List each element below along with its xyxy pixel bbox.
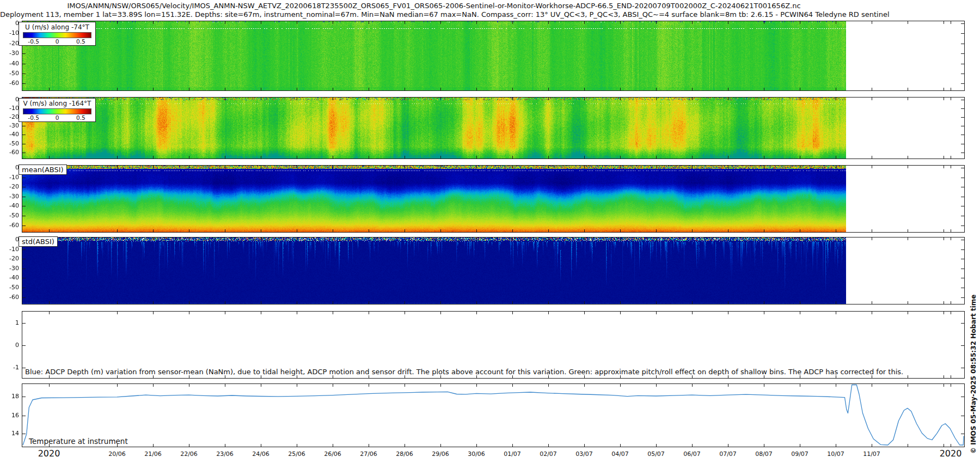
y-tick-label: -30 (1, 265, 19, 272)
x-tick-label: 10/07 (827, 450, 844, 458)
x-tick-label: 27/06 (360, 450, 377, 458)
panel-u-velocity (22, 21, 965, 91)
x-tick-label: 28/06 (396, 450, 413, 458)
u-velocity-heatmap (22, 21, 846, 90)
y-tick-label: -60 (1, 80, 19, 87)
u-colorbar (23, 32, 91, 38)
panel-v-velocity (22, 97, 965, 159)
v-legend-title: V (m/s) along -164°T (19, 100, 95, 107)
y-tick-label: -40 (1, 202, 19, 209)
x-tick-label: 09/07 (791, 450, 808, 458)
year-label-left: 2020 (38, 448, 60, 459)
x-tick-label: 06/07 (683, 450, 701, 458)
x-tick-label: 30/06 (468, 450, 485, 458)
temperature-line (23, 385, 964, 446)
x-tick-label: 07/07 (719, 450, 737, 458)
y-tick-label: -50 (1, 140, 19, 147)
std-absi-heatmap (22, 237, 846, 304)
y-tick-label: -1 (1, 364, 19, 371)
y-tick-label: -30 (1, 193, 19, 200)
x-tick-label: 01/07 (504, 450, 521, 458)
x-tick-label: 11/07 (863, 450, 880, 458)
std-absi-label: std(ABSI) (19, 236, 58, 247)
y-tick-label: -20 (1, 183, 19, 190)
y-tick-label: 1 (1, 319, 19, 326)
adcp-summary-figure: IMOS/ANMN/NSW/ORS065/Velocity/IMOS_ANMN-… (0, 0, 980, 463)
y-tick-label: -40 (1, 60, 19, 67)
y-tick-label: -10 (1, 174, 19, 181)
v-colorbar (23, 108, 91, 114)
mean-absi-label: mean(ABSI) (19, 165, 67, 175)
y-tick-label: -60 (1, 149, 19, 156)
imos-watermark: © IMOS 05-May-2025 08:55:32 Hobart time (970, 294, 977, 454)
y-tick-label: -60 (1, 222, 19, 229)
colorbar-tick-label: 0.5 (76, 38, 85, 45)
panel-temperature: Temperature at instrument (22, 383, 965, 447)
y-tick-label: -10 (1, 246, 19, 253)
mean-absi-heatmap (22, 166, 846, 232)
year-label-right: 2020 (940, 448, 962, 459)
y-tick-label: -50 (1, 284, 19, 291)
y-tick-label: -10 (1, 105, 19, 112)
v-colorbar-ticks: -0.500.5 (19, 114, 95, 121)
y-tick-label: 0 (1, 20, 19, 27)
x-tick-label: 25/06 (288, 450, 305, 458)
colorbar-tick-label: -0.5 (28, 114, 39, 121)
y-tick-label: -40 (1, 131, 19, 138)
depth-variation-note: Blue: ADCP Depth (m) variation from sens… (25, 368, 903, 376)
y-tick-label: 0 (1, 236, 19, 243)
y-tick-label: -20 (1, 255, 19, 262)
x-tick-label: 22/06 (180, 450, 198, 458)
y-tick-label: 18 (1, 393, 19, 400)
figure-title-line2: Deployment 113, member 1 lat=33.89S lon=… (0, 10, 868, 19)
x-tick-label: 04/07 (611, 450, 629, 458)
x-tick-label: 08/07 (755, 450, 773, 458)
temperature-plot (22, 384, 964, 447)
x-tick-label: 24/06 (252, 450, 270, 458)
y-tick-label: -60 (1, 294, 19, 301)
y-tick-label: -30 (1, 122, 19, 129)
v-velocity-legend: V (m/s) along -164°T -0.500.5 (19, 98, 96, 122)
u-colorbar-ticks: -0.500.5 (19, 38, 95, 45)
y-tick-label: -20 (1, 40, 19, 47)
y-tick-label: -40 (1, 274, 19, 281)
panel-depth-variation: Blue: ADCP Depth (m) variation from sens… (22, 311, 965, 379)
x-tick-label: 23/06 (216, 450, 234, 458)
y-tick-label: 0 (1, 342, 19, 349)
colorbar-tick-label: -0.5 (28, 38, 39, 45)
y-tick-label: -50 (1, 70, 19, 77)
u-legend-title: U (m/s) along -74°T (19, 23, 95, 31)
colorbar-tick-label: 0 (56, 38, 59, 45)
temperature-label: Temperature at instrument (29, 437, 128, 446)
y-tick-label: -30 (1, 50, 19, 57)
figure-title-line1: IMOS/ANMN/NSW/ORS065/Velocity/IMOS_ANMN-… (0, 2, 868, 10)
axis-ticks (22, 384, 964, 447)
y-tick-label: 14 (1, 430, 19, 437)
y-tick-label: 0 (1, 96, 19, 103)
y-tick-label: 16 (1, 412, 19, 419)
v-velocity-heatmap (22, 98, 846, 159)
x-tick-label: 20/06 (108, 450, 126, 458)
x-tick-label: 03/07 (575, 450, 593, 458)
panel-mean-absi (22, 165, 965, 233)
colorbar-tick-label: 0.5 (76, 114, 85, 121)
y-tick-label: -50 (1, 212, 19, 219)
x-tick-label: 26/06 (324, 450, 341, 458)
x-tick-label: 02/07 (540, 450, 557, 458)
colorbar-tick-label: 0 (56, 114, 59, 121)
x-tick-label: 05/07 (647, 450, 665, 458)
panel-std-absi (22, 237, 965, 304)
u-velocity-legend: U (m/s) along -74°T -0.500.5 (19, 22, 96, 46)
x-tick-label: 21/06 (144, 450, 162, 458)
y-tick-label: 0 (1, 164, 19, 171)
y-tick-label: -10 (1, 29, 19, 36)
y-tick-label: -20 (1, 113, 19, 120)
x-tick-label: 29/06 (432, 450, 449, 458)
